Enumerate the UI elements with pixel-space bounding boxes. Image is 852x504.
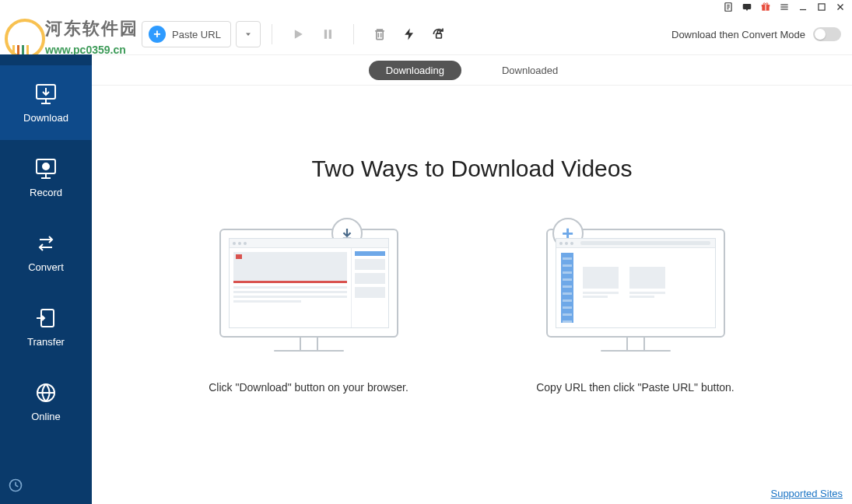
lightning-icon[interactable] [401,26,418,43]
sidebar-item-label: Transfer [27,336,65,348]
window-titlebar [0,0,852,14]
svg-rect-15 [819,4,825,10]
top-toolbar: 河东软件园 www.pc0359.cn + Paste URL [0,14,852,54]
sidebar-item-transfer[interactable]: Transfer [0,289,92,364]
sidebar: Download Record Convert Transfer [0,54,92,504]
sidebar-item-online[interactable]: Online [0,364,92,439]
trash-icon[interactable] [371,26,388,43]
svg-rect-4 [743,4,752,9]
sidebar-item-label: Convert [28,261,64,273]
svg-rect-20 [324,30,327,39]
record-icon [33,157,59,180]
maximize-icon[interactable] [816,2,827,12]
svg-marker-18 [246,33,251,37]
svg-point-34 [43,163,49,170]
separator [353,24,354,44]
separator [272,24,272,44]
svg-marker-19 [295,30,303,39]
headline: Two Ways to Download Videos [312,156,633,182]
app-logo: 河东软件园 www.pc0359.cn [0,14,135,54]
convert-mode-label: Download then Convert Mode [671,29,805,40]
way1-caption: Click "Download" button on your browser. [209,380,408,396]
minimize-icon[interactable] [798,2,808,12]
pause-icon[interactable] [319,26,336,43]
tab-bar: Downloading Downloaded [92,54,852,86]
svg-rect-21 [329,30,331,39]
way2-caption: Copy URL then click "Paste URL" button. [536,380,735,396]
sidebar-item-convert[interactable]: Convert [0,215,92,289]
tab-downloaded[interactable]: Downloaded [485,61,575,80]
paste-url-dropdown[interactable] [236,21,261,47]
convert-mode-toggle[interactable] [813,27,841,41]
empty-state: Two Ways to Download Videos [92,86,852,504]
watermark-text: 河东软件园 [45,17,138,40]
sidebar-item-label: Record [30,187,62,198]
supported-sites-link[interactable]: Supported Sites [770,488,843,499]
illustration-browser [219,229,398,361]
svg-point-9 [763,3,765,5]
svg-marker-25 [405,29,413,40]
svg-point-10 [766,3,768,5]
paste-url-label: Paste URL [172,29,230,40]
plus-icon: + [149,26,166,43]
sidebar-item-download[interactable]: Download [0,65,92,140]
play-icon[interactable] [289,26,307,43]
feedback-icon[interactable] [742,2,752,12]
close-icon[interactable] [835,2,846,12]
convert-mode-toggle-area: Download then Convert Mode [671,27,841,41]
way-browser-button: Click "Download" button on your browser. [192,229,426,396]
sidebar-item-label: Download [23,112,68,124]
svg-marker-5 [746,9,748,11]
svg-line-41 [16,485,18,487]
gift-icon[interactable] [760,2,771,12]
paste-url-button[interactable]: + Paste URL [142,21,231,47]
sidebar-item-label: Online [31,411,61,422]
sidebar-item-record[interactable]: Record [0,140,92,215]
svg-rect-8 [765,5,766,11]
illustration-paste-url: + [546,229,725,361]
convert-icon [33,232,59,255]
notes-icon[interactable] [723,2,734,12]
svg-rect-22 [377,31,383,40]
menu-icon[interactable] [779,2,790,12]
tab-downloading[interactable]: Downloading [369,61,461,80]
online-icon [33,381,59,404]
transfer-icon [33,306,59,330]
scheduler-icon[interactable] [0,470,92,504]
lock-refresh-icon[interactable] [430,26,447,43]
way-paste-url: + [519,229,752,396]
download-icon [33,82,59,106]
svg-rect-26 [437,33,442,38]
main-panel: Downloading Downloaded Two Ways to Downl… [92,54,852,504]
